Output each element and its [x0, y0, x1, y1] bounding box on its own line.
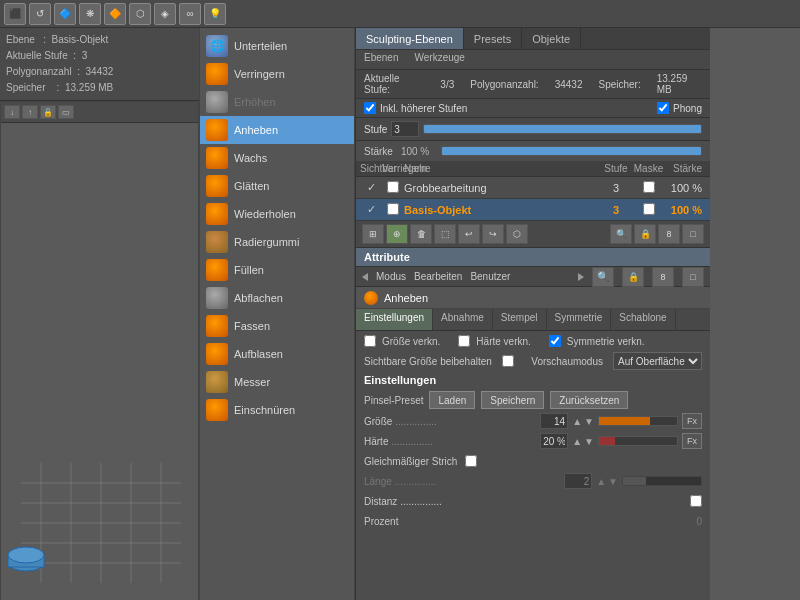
haerte-input[interactable] [540, 433, 568, 449]
checkbox-gleichmaessiger-strich[interactable] [465, 455, 477, 467]
laden-button[interactable]: Laden [429, 391, 475, 409]
tb-icon-undo[interactable]: ↩ [458, 224, 480, 244]
toolbar-icon-9[interactable]: 💡 [204, 3, 226, 25]
mode-btn-bearbeiten[interactable]: Bearbeiten [414, 271, 462, 282]
groesse-input[interactable] [540, 413, 568, 429]
tb-icon-menu1[interactable]: 8 [658, 224, 680, 244]
mode-btn-benutzer[interactable]: Benutzer [470, 271, 510, 282]
menu-item-fuellen[interactable]: Füllen [200, 256, 354, 284]
tb-icon-redo[interactable]: ↪ [482, 224, 504, 244]
vp-btn-lock[interactable]: 🔒 [40, 105, 56, 119]
zuruecksetzen-button[interactable]: Zurücksetzen [550, 391, 628, 409]
tb-icon-delete[interactable]: 🗑 [410, 224, 432, 244]
checkbox-phong[interactable] [657, 102, 669, 114]
tab-presets[interactable]: Presets [464, 28, 522, 49]
settings-tab-stempel[interactable]: Stempel [493, 309, 547, 330]
verringern-icon [206, 63, 228, 85]
checkbox-symmetrie-verkn[interactable] [549, 335, 561, 347]
sub-tab-ebenen[interactable]: Ebenen [356, 50, 406, 69]
distanz-checkbox[interactable] [690, 495, 702, 507]
toolbar-icon-6[interactable]: ⬡ [129, 3, 151, 25]
toolbar-icon-2[interactable]: ↺ [29, 3, 51, 25]
laenge-slider[interactable] [622, 476, 702, 486]
haerte-slider[interactable] [598, 436, 678, 446]
toolbar-icon-1[interactable]: ⬛ [4, 3, 26, 25]
viewport-controls: ↓ ↑ 🔒 ▭ [1, 102, 198, 123]
mode-lock-icon[interactable]: 🔒 [622, 267, 644, 287]
tb-icon-hex[interactable]: ⬡ [506, 224, 528, 244]
groesse-fx-button[interactable]: Fx [682, 413, 702, 429]
info-speicher: Speicher : 13.259 MB [6, 80, 193, 96]
menu-item-verringern[interactable]: Verringern [200, 60, 354, 88]
toolbar-icon-3[interactable]: 🔷 [54, 3, 76, 25]
messer-icon [206, 371, 228, 393]
settings-tab-abnahme[interactable]: Abnahme [433, 309, 493, 330]
mode-search-icon[interactable]: 🔍 [592, 267, 614, 287]
param-distanz: Distanz ............... [356, 491, 710, 511]
staerke-slider[interactable] [441, 146, 702, 156]
toolbar-icon-4[interactable]: ❋ [79, 3, 101, 25]
toolbar-icon-7[interactable]: ◈ [154, 3, 176, 25]
menu-item-messer[interactable]: Messer [200, 368, 354, 396]
tb-icon-menu2[interactable]: □ [682, 224, 704, 244]
main-layout: Ebene : Basis-Objekt Aktuelle Stufe : 3 … [0, 28, 800, 600]
tab-sculpting[interactable]: Sculpting-Ebenen [356, 28, 464, 49]
laenge-spin-down[interactable]: ▼ [608, 476, 618, 487]
vp-btn-up[interactable]: ↑ [22, 105, 38, 119]
groesse-slider[interactable] [598, 416, 678, 426]
radiergummi-icon [206, 231, 228, 253]
menu-item-unterteilen[interactable]: 🌐 Unterteilen [200, 32, 354, 60]
stufe-slider[interactable] [423, 124, 702, 134]
settings-tab-einstellungen[interactable]: Einstellungen [356, 309, 433, 330]
laenge-input[interactable] [564, 473, 592, 489]
menu-item-wiederholen[interactable]: Wiederholen [200, 200, 354, 228]
speichern-button[interactable]: Speichern [481, 391, 544, 409]
toolbar-icon-5[interactable]: 🔶 [104, 3, 126, 25]
checkbox-groesse-verkn[interactable] [364, 335, 376, 347]
tb-icon-add[interactable]: ⊞ [362, 224, 384, 244]
vorschaumodus-select[interactable]: Auf Oberfläche [613, 352, 702, 370]
tb-icon-copy[interactable]: ⬚ [434, 224, 456, 244]
attribute-bar: Attribute [356, 248, 710, 267]
status-bar: Aktuelle Stufe: 3/3 Polygonanzahl: 34432… [356, 70, 710, 99]
vp-btn-arrows[interactable]: ↓ [4, 105, 20, 119]
haerte-spin-down[interactable]: ▼ [584, 436, 594, 447]
menu-item-wachs[interactable]: Wachs [200, 144, 354, 172]
arrow-right-icon[interactable] [578, 271, 584, 283]
stufe-input[interactable] [391, 121, 419, 137]
laenge-spin-up[interactable]: ▲ [596, 476, 606, 487]
groesse-spin-up[interactable]: ▲ [572, 416, 582, 427]
menu-item-fassen[interactable]: Fassen [200, 312, 354, 340]
vp-btn-frame[interactable]: ▭ [58, 105, 74, 119]
glaetten-icon [206, 175, 228, 197]
tb-icon-lock[interactable]: 🔒 [634, 224, 656, 244]
layer-row-grobbearbeitung[interactable]: ✓ Grobbearbeitung 3 100 % [356, 177, 710, 199]
toolbar-icon-8[interactable]: ∞ [179, 3, 201, 25]
menu-item-aufblasen[interactable]: Aufblasen [200, 340, 354, 368]
checkbox-inkl[interactable] [364, 102, 376, 114]
viewport-canvas[interactable] [1, 123, 198, 600]
checkbox-haerte-verkn[interactable] [458, 335, 470, 347]
groesse-spin-down[interactable]: ▼ [584, 416, 594, 427]
menu-item-anheben[interactable]: Anheben [200, 116, 354, 144]
sub-tab-werkzeuge[interactable]: Werkzeuge [406, 50, 472, 69]
menu-item-abflachen[interactable]: Abflachen [200, 284, 354, 312]
mode-box-icon[interactable]: □ [682, 267, 704, 287]
mode-btn-modus[interactable]: Modus [376, 271, 406, 282]
arrow-left-icon[interactable] [362, 271, 368, 283]
haerte-fx-button[interactable]: Fx [682, 433, 702, 449]
settings-tab-schablone[interactable]: Schablone [611, 309, 675, 330]
checkbox-sichtbare-groesse[interactable] [502, 355, 514, 367]
mode-8-icon[interactable]: 8 [652, 267, 674, 287]
checkbox-row: Inkl. höherer Stufen Phong [356, 99, 710, 118]
param-prozent: Prozent 0 [356, 511, 710, 531]
menu-item-glaetten[interactable]: Glätten [200, 172, 354, 200]
menu-item-radiergummi[interactable]: Radiergummi [200, 228, 354, 256]
haerte-spin-up[interactable]: ▲ [572, 436, 582, 447]
settings-tab-symmetrie[interactable]: Symmetrie [547, 309, 612, 330]
tb-icon-plus[interactable]: ⊕ [386, 224, 408, 244]
layer-row-basis-objekt[interactable]: ✓ Basis-Objekt 3 100 % [356, 199, 710, 221]
menu-item-einschnueren[interactable]: Einschnüren [200, 396, 354, 424]
tb-icon-search[interactable]: 🔍 [610, 224, 632, 244]
tab-objekte[interactable]: Objekte [522, 28, 581, 49]
